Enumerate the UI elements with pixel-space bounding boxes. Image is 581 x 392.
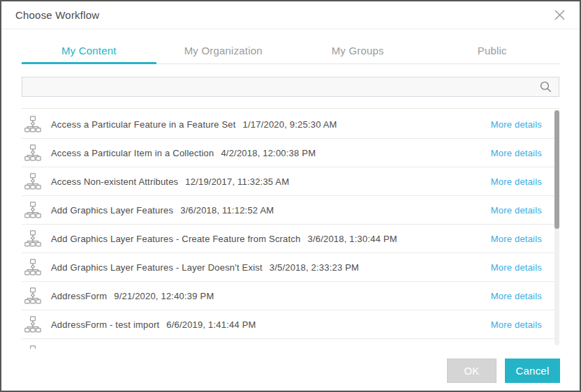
more-details-link[interactable]: More details bbox=[491, 148, 542, 158]
workflow-icon bbox=[24, 230, 42, 247]
choose-workflow-dialog: Choose Workflow My Content My Organizati… bbox=[0, 0, 581, 392]
workflow-icon bbox=[24, 116, 42, 133]
workflow-timestamp: 4/2/2018, 12:00:38 PM bbox=[221, 148, 316, 158]
tab-my-groups[interactable]: My Groups bbox=[290, 38, 425, 63]
workflow-timestamp: 6/6/2019, 1:41:44 PM bbox=[166, 319, 256, 330]
more-details-link[interactable]: More details bbox=[491, 234, 542, 244]
workflow-name: Add Graphics Layer Features - Layer Does… bbox=[51, 262, 263, 273]
close-icon bbox=[554, 10, 565, 20]
workflow-icon bbox=[24, 316, 42, 333]
list-item[interactable]: Add Graphics Layer Features - Create Fea… bbox=[22, 225, 559, 253]
workflow-name: Access a Particular Feature in a Feature… bbox=[51, 119, 236, 130]
scrollbar-thumb[interactable] bbox=[554, 110, 559, 229]
list-item[interactable]: Add Graphics Layer Features - Layer Does… bbox=[22, 253, 559, 282]
workflow-name: Access Non-existent Attributes bbox=[51, 176, 178, 187]
workflow-name: AddressForm - test import bbox=[51, 319, 159, 330]
dialog-title: Choose Workflow bbox=[15, 9, 99, 21]
scrollbar-track[interactable] bbox=[554, 110, 559, 345]
workflow-name: Add Graphics Layer Features - Create Fea… bbox=[51, 234, 301, 244]
dialog-footer: OK Cancel bbox=[1, 359, 560, 383]
list-item[interactable]: Access a Particular Feature in a Feature… bbox=[22, 110, 559, 139]
workflow-icon bbox=[24, 173, 42, 190]
workflow-timestamp: 3/6/2018, 1:30:44 PM bbox=[308, 234, 397, 244]
more-details-link[interactable]: More details bbox=[491, 291, 542, 301]
workflow-timestamp: 12/19/2017, 11:32:35 AM bbox=[185, 176, 289, 187]
tab-my-content[interactable]: My Content bbox=[22, 38, 156, 63]
list-item[interactable]: Access a Particular Item in a Collection… bbox=[22, 139, 559, 167]
list-item[interactable]: AddressForm 9/21/2020, 12:40:39 PM More … bbox=[22, 282, 559, 310]
workflow-timestamp: 3/6/2018, 11:12:52 AM bbox=[180, 205, 274, 216]
workflow-icon bbox=[24, 144, 42, 161]
list-item[interactable]: AddressForm - test import 6/6/2019, 1:41… bbox=[22, 310, 559, 339]
more-details-link[interactable]: More details bbox=[491, 119, 542, 130]
workflow-name: Access a Particular Item in a Collection bbox=[51, 148, 214, 158]
more-details-link[interactable]: More details bbox=[491, 319, 542, 330]
search-input[interactable] bbox=[22, 77, 559, 97]
cancel-button[interactable]: Cancel bbox=[505, 359, 560, 383]
workflow-list-rows: Access a Particular Feature in a Feature… bbox=[22, 109, 559, 339]
tab-my-organization[interactable]: My Organization bbox=[156, 38, 291, 63]
workflow-timestamp: 3/5/2018, 2:33:23 PM bbox=[270, 262, 359, 273]
workflow-timestamp: 1/17/2020, 9:25:30 AM bbox=[243, 119, 337, 130]
close-button[interactable] bbox=[550, 6, 568, 24]
workflow-timestamp: 9/21/2020, 12:40:39 PM bbox=[114, 291, 214, 301]
workflow-name: AddressForm bbox=[51, 291, 107, 301]
list-item[interactable]: Add Graphics Layer Features 3/6/2018, 11… bbox=[22, 196, 559, 225]
workflow-icon bbox=[24, 202, 42, 218]
ok-button[interactable]: OK bbox=[447, 359, 497, 383]
workflow-icon bbox=[24, 259, 42, 276]
tab-bar: My Content My Organization My Groups Pub… bbox=[22, 29, 559, 64]
more-details-link[interactable]: More details bbox=[491, 205, 542, 216]
dialog-header: Choose Workflow bbox=[1, 1, 580, 29]
list-item[interactable]: Access Non-existent Attributes 12/19/201… bbox=[22, 167, 559, 196]
list-item-partial[interactable] bbox=[22, 339, 559, 349]
more-details-link[interactable]: More details bbox=[491, 262, 542, 273]
tab-public[interactable]: Public bbox=[425, 38, 560, 63]
workflow-name: Add Graphics Layer Features bbox=[51, 205, 173, 216]
search-bar bbox=[22, 77, 559, 97]
workflow-icon bbox=[24, 287, 42, 304]
more-details-link[interactable]: More details bbox=[491, 176, 542, 187]
workflow-list: Access a Particular Feature in a Feature… bbox=[22, 108, 559, 349]
workflow-icon bbox=[24, 345, 42, 349]
